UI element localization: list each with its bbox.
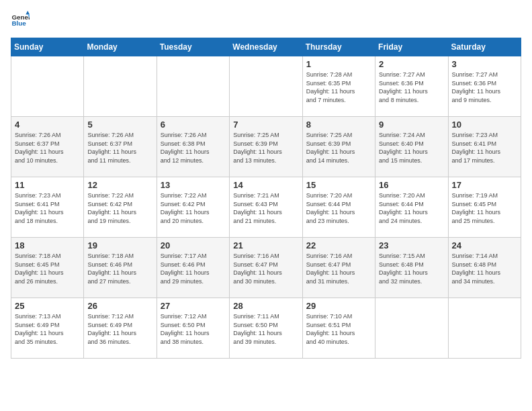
header: General Blue: [11, 11, 521, 30]
day-number: 18: [15, 240, 80, 250]
calendar-cell: [448, 298, 521, 359]
svg-text:Blue: Blue: [11, 19, 26, 27]
calendar-cell: 23Sunrise: 7:15 AM Sunset: 6:48 PM Dayli…: [375, 238, 448, 298]
day-number: 24: [452, 240, 517, 250]
calendar-cell: 14Sunrise: 7:21 AM Sunset: 6:43 PM Dayli…: [230, 177, 302, 238]
day-info: Sunrise: 7:27 AM Sunset: 6:36 PM Dayligh…: [379, 71, 444, 104]
day-number: 1: [306, 59, 371, 69]
day-info: Sunrise: 7:12 AM Sunset: 6:49 PM Dayligh…: [87, 312, 152, 346]
calendar-cell: 28Sunrise: 7:11 AM Sunset: 6:50 PM Dayli…: [230, 298, 302, 359]
day-info: Sunrise: 7:14 AM Sunset: 6:48 PM Dayligh…: [452, 252, 517, 285]
day-info: Sunrise: 7:26 AM Sunset: 6:37 PM Dayligh…: [15, 131, 80, 165]
column-header-thursday: Thursday: [302, 38, 375, 56]
day-number: 10: [452, 120, 517, 130]
calendar-cell: 24Sunrise: 7:14 AM Sunset: 6:48 PM Dayli…: [448, 238, 521, 298]
calendar-cell: 18Sunrise: 7:18 AM Sunset: 6:45 PM Dayli…: [11, 238, 84, 298]
calendar-cell: 16Sunrise: 7:20 AM Sunset: 6:44 PM Dayli…: [375, 177, 448, 238]
day-number: 9: [379, 120, 444, 130]
calendar-cell: [157, 56, 229, 117]
day-info: Sunrise: 7:15 AM Sunset: 6:48 PM Dayligh…: [379, 252, 444, 285]
calendar-cell: 21Sunrise: 7:16 AM Sunset: 6:47 PM Dayli…: [230, 238, 302, 298]
day-info: Sunrise: 7:23 AM Sunset: 6:41 PM Dayligh…: [452, 131, 517, 165]
day-number: 16: [379, 180, 444, 190]
calendar-cell: 5Sunrise: 7:26 AM Sunset: 6:37 PM Daylig…: [84, 117, 157, 177]
calendar-cell: 29Sunrise: 7:10 AM Sunset: 6:51 PM Dayli…: [302, 298, 375, 359]
day-info: Sunrise: 7:16 AM Sunset: 6:47 PM Dayligh…: [306, 252, 371, 285]
calendar-cell: 4Sunrise: 7:26 AM Sunset: 6:37 PM Daylig…: [11, 117, 84, 177]
day-number: 25: [15, 301, 80, 311]
day-info: Sunrise: 7:13 AM Sunset: 6:49 PM Dayligh…: [15, 312, 80, 346]
calendar-cell: 8Sunrise: 7:25 AM Sunset: 6:39 PM Daylig…: [302, 117, 375, 177]
week-row-2: 4Sunrise: 7:26 AM Sunset: 6:37 PM Daylig…: [11, 117, 521, 177]
calendar-cell: 10Sunrise: 7:23 AM Sunset: 6:41 PM Dayli…: [448, 117, 521, 177]
calendar-cell: 17Sunrise: 7:19 AM Sunset: 6:45 PM Dayli…: [448, 177, 521, 238]
calendar-cell: [375, 298, 448, 359]
day-info: Sunrise: 7:22 AM Sunset: 6:42 PM Dayligh…: [87, 191, 152, 225]
week-row-3: 11Sunrise: 7:23 AM Sunset: 6:41 PM Dayli…: [11, 177, 521, 238]
day-info: Sunrise: 7:16 AM Sunset: 6:47 PM Dayligh…: [233, 252, 298, 285]
day-number: 19: [87, 240, 152, 250]
day-number: 17: [452, 180, 517, 190]
calendar-cell: 2Sunrise: 7:27 AM Sunset: 6:36 PM Daylig…: [375, 56, 448, 117]
day-info: Sunrise: 7:26 AM Sunset: 6:38 PM Dayligh…: [161, 131, 226, 165]
day-info: Sunrise: 7:24 AM Sunset: 6:40 PM Dayligh…: [379, 131, 444, 165]
day-info: Sunrise: 7:26 AM Sunset: 6:37 PM Dayligh…: [87, 131, 152, 165]
day-number: 4: [15, 120, 80, 130]
day-info: Sunrise: 7:18 AM Sunset: 6:45 PM Dayligh…: [15, 252, 80, 285]
day-number: 20: [161, 240, 226, 250]
day-info: Sunrise: 7:22 AM Sunset: 6:42 PM Dayligh…: [161, 191, 226, 225]
day-number: 28: [233, 301, 298, 311]
day-number: 22: [306, 240, 371, 250]
day-info: Sunrise: 7:23 AM Sunset: 6:41 PM Dayligh…: [15, 191, 80, 225]
column-header-saturday: Saturday: [448, 38, 521, 56]
day-info: Sunrise: 7:28 AM Sunset: 6:35 PM Dayligh…: [306, 71, 371, 104]
calendar-cell: 22Sunrise: 7:16 AM Sunset: 6:47 PM Dayli…: [302, 238, 375, 298]
day-info: Sunrise: 7:19 AM Sunset: 6:45 PM Dayligh…: [452, 191, 517, 225]
logo: General Blue: [11, 11, 32, 30]
column-header-monday: Monday: [84, 38, 157, 56]
column-header-friday: Friday: [375, 38, 448, 56]
day-number: 29: [306, 301, 371, 311]
calendar-cell: 19Sunrise: 7:18 AM Sunset: 6:46 PM Dayli…: [84, 238, 157, 298]
day-info: Sunrise: 7:20 AM Sunset: 6:44 PM Dayligh…: [379, 191, 444, 225]
day-number: 7: [233, 120, 298, 130]
calendar-cell: 7Sunrise: 7:25 AM Sunset: 6:39 PM Daylig…: [230, 117, 302, 177]
svg-marker-2: [26, 11, 30, 15]
calendar-cell: 12Sunrise: 7:22 AM Sunset: 6:42 PM Dayli…: [84, 177, 157, 238]
calendar-cell: 6Sunrise: 7:26 AM Sunset: 6:38 PM Daylig…: [157, 117, 229, 177]
calendar-header-row: SundayMondayTuesdayWednesdayThursdayFrid…: [11, 38, 521, 56]
calendar-cell: 20Sunrise: 7:17 AM Sunset: 6:46 PM Dayli…: [157, 238, 229, 298]
calendar-cell: 26Sunrise: 7:12 AM Sunset: 6:49 PM Dayli…: [84, 298, 157, 359]
day-number: 8: [306, 120, 371, 130]
day-info: Sunrise: 7:17 AM Sunset: 6:46 PM Dayligh…: [161, 252, 226, 285]
day-number: 26: [87, 301, 152, 311]
column-header-wednesday: Wednesday: [230, 38, 302, 56]
day-number: 14: [233, 180, 298, 190]
day-info: Sunrise: 7:12 AM Sunset: 6:50 PM Dayligh…: [161, 312, 226, 346]
day-info: Sunrise: 7:25 AM Sunset: 6:39 PM Dayligh…: [233, 131, 298, 165]
day-number: 27: [161, 301, 226, 311]
day-info: Sunrise: 7:11 AM Sunset: 6:50 PM Dayligh…: [233, 312, 298, 346]
calendar-cell: 3Sunrise: 7:27 AM Sunset: 6:36 PM Daylig…: [448, 56, 521, 117]
day-number: 3: [452, 59, 517, 69]
calendar-cell: 25Sunrise: 7:13 AM Sunset: 6:49 PM Dayli…: [11, 298, 84, 359]
calendar-table: SundayMondayTuesdayWednesdayThursdayFrid…: [11, 38, 521, 359]
calendar-cell: [11, 56, 84, 117]
calendar-cell: 15Sunrise: 7:20 AM Sunset: 6:44 PM Dayli…: [302, 177, 375, 238]
column-header-tuesday: Tuesday: [157, 38, 229, 56]
day-info: Sunrise: 7:27 AM Sunset: 6:36 PM Dayligh…: [452, 71, 517, 104]
day-info: Sunrise: 7:10 AM Sunset: 6:51 PM Dayligh…: [306, 312, 371, 346]
day-number: 23: [379, 240, 444, 250]
day-number: 21: [233, 240, 298, 250]
calendar-cell: 1Sunrise: 7:28 AM Sunset: 6:35 PM Daylig…: [302, 56, 375, 117]
day-info: Sunrise: 7:21 AM Sunset: 6:43 PM Dayligh…: [233, 191, 298, 225]
day-info: Sunrise: 7:25 AM Sunset: 6:39 PM Dayligh…: [306, 131, 371, 165]
calendar-cell: 27Sunrise: 7:12 AM Sunset: 6:50 PM Dayli…: [157, 298, 229, 359]
day-number: 11: [15, 180, 80, 190]
day-number: 12: [87, 180, 152, 190]
calendar-cell: 13Sunrise: 7:22 AM Sunset: 6:42 PM Dayli…: [157, 177, 229, 238]
day-info: Sunrise: 7:18 AM Sunset: 6:46 PM Dayligh…: [87, 252, 152, 285]
week-row-5: 25Sunrise: 7:13 AM Sunset: 6:49 PM Dayli…: [11, 298, 521, 359]
week-row-1: 1Sunrise: 7:28 AM Sunset: 6:35 PM Daylig…: [11, 56, 521, 117]
week-row-4: 18Sunrise: 7:18 AM Sunset: 6:45 PM Dayli…: [11, 238, 521, 298]
